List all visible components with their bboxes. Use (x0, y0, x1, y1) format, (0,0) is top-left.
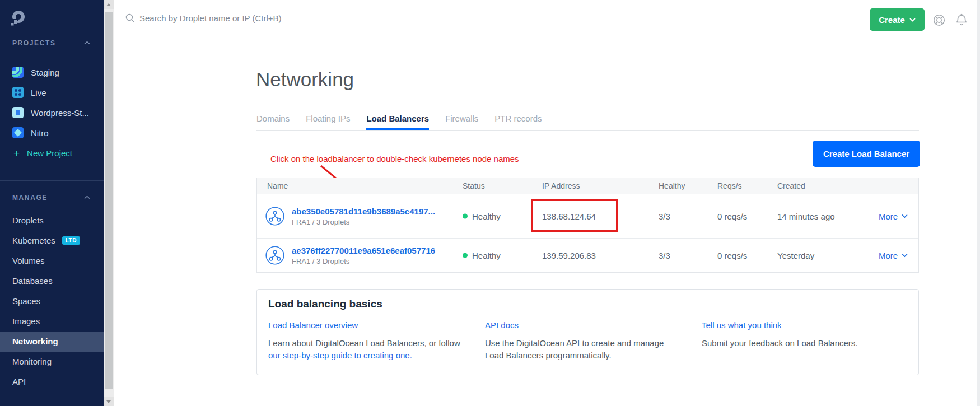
load-balancing-basics-card: Load balancing basics Load Balancer over… (256, 289, 919, 375)
sidebar-item-label: Wordpress-St... (31, 108, 89, 118)
step-by-step-guide-link[interactable]: our step-by-step guide to creating one. (268, 349, 477, 362)
search-icon (125, 13, 135, 23)
column-header-ip: IP Address (542, 181, 580, 190)
column-header-name: Name (267, 181, 288, 190)
sidebar-item-nitro[interactable]: Nitro (0, 123, 104, 143)
page-title: Networking (256, 68, 354, 91)
table-header-row: Name Status IP Address Healthy Reqs/s Cr… (257, 178, 918, 194)
new-project-button[interactable]: + New Project (0, 143, 104, 163)
create-button-label: Create (879, 15, 905, 25)
chevron-down-icon (902, 254, 908, 258)
healthy-status-dot (463, 253, 468, 258)
status-label: Healthy (472, 251, 501, 260)
load-balancer-overview-link[interactable]: Load Balancer overview (268, 320, 358, 330)
chevron-up-icon[interactable] (84, 195, 90, 199)
basics-title: Load balancing basics (268, 298, 382, 310)
notifications-bell-icon[interactable] (954, 13, 969, 27)
tab-firewalls[interactable]: Firewalls (445, 109, 478, 130)
table-row[interactable]: ae376ff22770011e9a651e6eaf057716 FRA1 / … (257, 239, 918, 272)
staging-project-icon (12, 67, 24, 78)
basics-column-overview: Load Balancer overview Learn about Digit… (268, 320, 477, 362)
ltd-badge: LTD (62, 236, 80, 245)
api-docs-link[interactable]: API docs (485, 320, 519, 330)
created-time: 14 minutes ago (777, 212, 835, 221)
sidebar-item-monitoring[interactable]: Monitoring (0, 352, 104, 372)
sidebar-scrollbar[interactable] (104, 0, 114, 406)
nitro-project-icon (12, 127, 24, 138)
sidebar-item-droplets[interactable]: Droplets (0, 211, 104, 231)
basics-column-feedback: Tell us what you think Submit your feedb… (702, 320, 910, 349)
column-header-healthy: Healthy (659, 181, 685, 190)
requests-per-second: 0 reqs/s (717, 251, 747, 260)
scroll-down-button[interactable] (104, 397, 114, 406)
create-button[interactable]: Create (870, 8, 925, 31)
projects-section-header[interactable]: PROJECTS (12, 39, 55, 47)
window-scrollbar[interactable] (977, 0, 980, 406)
lb-name-link[interactable]: abe350e05781d11e9b3689a5c4197... (292, 207, 435, 216)
help-icon[interactable] (932, 13, 946, 27)
more-button[interactable]: More (879, 251, 908, 260)
tab-domains[interactable]: Domains (256, 109, 290, 130)
sidebar-divider (0, 404, 104, 404)
triangle-up-icon (106, 3, 111, 6)
search-input[interactable] (138, 0, 645, 36)
healthy-count: 3/3 (659, 212, 670, 221)
manage-section-header[interactable]: MANAGE (12, 194, 48, 202)
status-cell: Healthy (463, 251, 501, 260)
more-button[interactable]: More (879, 212, 908, 221)
live-project-icon (12, 87, 24, 98)
more-button-label: More (879, 212, 898, 221)
status-label: Healthy (472, 212, 501, 221)
sidebar-item-live[interactable]: Live (0, 82, 104, 102)
tab-load-balancers[interactable]: Load Balancers (366, 109, 429, 130)
column-header-status: Status (463, 181, 485, 190)
new-project-label: New Project (27, 148, 72, 158)
wordpress-project-icon (12, 107, 24, 118)
annotation-highlight-box (531, 199, 618, 232)
sidebar-item-staging[interactable]: Staging (0, 62, 104, 82)
sidebar-item-kubernetes[interactable]: KubernetesLTD (0, 231, 104, 251)
scroll-up-button[interactable] (104, 0, 114, 9)
sidebar: PROJECTS Staging Live Wordpress-St... Ni… (0, 0, 104, 406)
plus-icon: + (13, 148, 20, 158)
sidebar-item-label: Nitro (31, 128, 49, 138)
sidebar-item-databases[interactable]: Databases (0, 271, 104, 291)
basics-column-api: API docs Use the DigitalOcean API to cre… (485, 320, 693, 362)
tab-floating-ips[interactable]: Floating IPs (306, 109, 350, 130)
scrollbar-thumb[interactable] (105, 12, 113, 389)
lb-location: FRA1 / 3 Droplets (292, 218, 435, 226)
tab-ptr-records[interactable]: PTR records (494, 109, 542, 130)
sidebar-divider (0, 180, 104, 181)
sidebar-item-volumes[interactable]: Volumes (0, 251, 104, 271)
create-load-balancer-button[interactable]: Create Load Balancer (813, 141, 920, 167)
sidebar-item-images[interactable]: Images (0, 311, 104, 332)
lb-name-link[interactable]: ae376ff22770011e9a651e6eaf057716 (292, 246, 435, 255)
basics-text: Use the DigitalOcean API to create and m… (485, 338, 664, 348)
created-time: Yesterday (777, 251, 814, 260)
sidebar-item-label: Staging (31, 68, 59, 77)
digitalocean-logo-icon (9, 10, 27, 27)
basics-text: Load Balancers programmatically. (485, 351, 612, 360)
basics-text: Learn about DigitalOcean Load Balancers,… (268, 338, 460, 348)
sidebar-item-wordpress[interactable]: Wordpress-St... (0, 102, 104, 123)
column-header-created: Created (777, 181, 805, 190)
top-header: Create (114, 0, 980, 36)
triangle-down-icon (106, 400, 111, 403)
sidebar-item-label: Live (31, 88, 46, 97)
digitalocean-control-panel: PROJECTS Staging Live Wordpress-St... Ni… (0, 0, 980, 406)
sidebar-item-networking[interactable]: Networking (0, 332, 104, 352)
healthy-count: 3/3 (659, 251, 670, 260)
sidebar-item-api[interactable]: API (0, 372, 104, 392)
sidebar-item-label: Kubernetes (12, 236, 55, 245)
healthy-status-dot (463, 214, 468, 219)
chevron-down-icon (909, 18, 916, 22)
networking-tabs: Domains Floating IPs Load Balancers Fire… (256, 109, 919, 131)
more-button-label: More (879, 251, 898, 260)
tell-us-link[interactable]: Tell us what you think (702, 320, 782, 330)
lb-name-cell: ae376ff22770011e9a651e6eaf057716 FRA1 / … (292, 246, 435, 265)
load-balancer-icon (265, 246, 284, 265)
column-header-reqs: Reqs/s (717, 181, 742, 190)
sidebar-item-spaces[interactable]: Spaces (0, 291, 104, 311)
chevron-up-icon[interactable] (84, 41, 90, 45)
load-balancer-icon (265, 207, 284, 226)
